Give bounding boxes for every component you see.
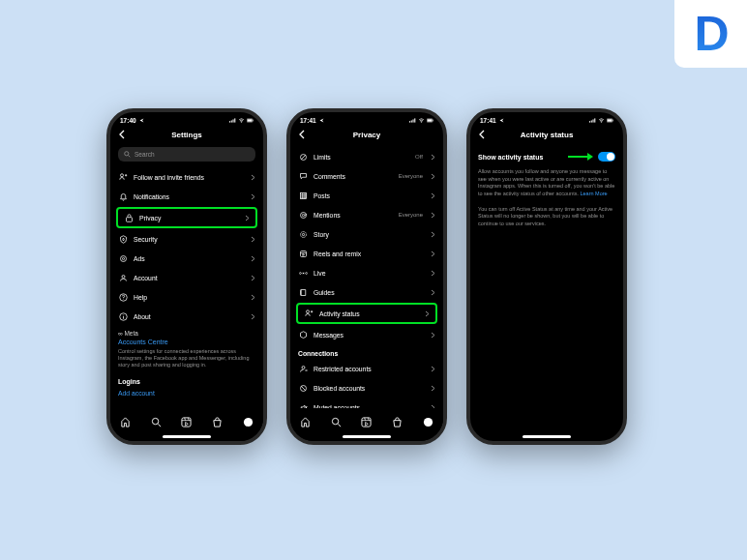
settings-row-help[interactable]: Help: [110, 287, 263, 307]
svg-rect-17: [411, 121, 412, 123]
posts-icon: [298, 191, 308, 200]
svg-point-9: [120, 255, 126, 261]
chevron-right-icon: [431, 231, 435, 238]
nav-profile-icon[interactable]: [243, 417, 254, 427]
privacy-row-guides[interactable]: Guides: [290, 282, 443, 302]
svg-rect-24: [300, 192, 306, 198]
settings-row-notifications[interactable]: Notifications: [110, 187, 263, 206]
privacy-row-reels-and-remix[interactable]: Reels and remix: [290, 244, 443, 263]
page-title: Settings: [110, 131, 263, 139]
accounts-centre-link[interactable]: Accounts Centre: [118, 339, 255, 345]
privacy-row-comments[interactable]: CommentsEveryone: [290, 166, 443, 186]
page-title: Privacy: [290, 131, 443, 139]
learn-more-link[interactable]: Learn More: [580, 191, 607, 196]
logins-header: Logins: [110, 372, 263, 387]
nav-shopping-icon[interactable]: [212, 417, 223, 427]
blocked-icon: [298, 383, 308, 393]
restricted-icon: [298, 364, 308, 373]
nav-reels-icon[interactable]: [181, 417, 192, 427]
search-icon: [124, 151, 131, 158]
svg-point-7: [125, 152, 129, 156]
ads-icon: [118, 253, 128, 263]
page-title: Activity status: [470, 131, 623, 139]
nav-profile-icon[interactable]: [423, 417, 433, 427]
wifi-icon: [238, 118, 245, 123]
svg-point-15: [244, 417, 253, 426]
chevron-left-icon: [118, 130, 125, 139]
svg-point-26: [302, 214, 304, 216]
connections-row-restricted-accounts[interactable]: Restricted accounts: [290, 359, 443, 378]
add-account-link[interactable]: Add account: [110, 387, 263, 399]
svg-rect-18: [413, 119, 414, 122]
guides-icon: [298, 287, 308, 297]
nav-home-icon[interactable]: [300, 417, 311, 427]
location-icon: [318, 118, 325, 123]
status-time: 17:41: [300, 117, 316, 124]
chevron-right-icon: [251, 174, 255, 181]
meta-description: Control settings for connected experienc…: [118, 348, 255, 368]
bell-icon: [118, 192, 128, 201]
chevron-right-icon: [251, 294, 255, 301]
privacy-row-messages[interactable]: Messages: [290, 325, 443, 344]
phone-row: 17:40 Settings Search Follow and invite: [106, 108, 627, 445]
row-label: Mentions: [314, 212, 393, 219]
status-time: 17:40: [120, 117, 136, 124]
screen-header: Activity status: [470, 126, 623, 145]
settings-row-follow-and-invite-friends[interactable]: Follow and invite friends: [110, 167, 263, 187]
chevron-right-icon: [431, 332, 435, 339]
limits-icon: [298, 152, 308, 162]
settings-row-about[interactable]: About: [110, 307, 263, 326]
svg-point-30: [302, 272, 304, 274]
search-input[interactable]: Search: [118, 147, 255, 162]
location-icon: [138, 118, 145, 123]
reels-icon: [298, 249, 308, 258]
chevron-right-icon: [251, 236, 255, 243]
nav-reels-icon[interactable]: [361, 417, 372, 427]
svg-rect-3: [234, 118, 235, 122]
chevron-right-icon: [251, 313, 255, 320]
chevron-right-icon: [251, 193, 255, 200]
settings-row-ads[interactable]: Ads: [110, 249, 263, 268]
chevron-right-icon: [245, 215, 250, 221]
back-button[interactable]: [298, 130, 306, 139]
back-button[interactable]: [478, 130, 486, 139]
privacy-row-story[interactable]: Story: [290, 224, 443, 244]
comments-icon: [298, 171, 308, 181]
nav-shopping-icon[interactable]: [392, 417, 403, 427]
mentions-icon: [298, 210, 308, 220]
privacy-row-activity-status[interactable]: Activity status: [296, 303, 437, 324]
battery-icon: [607, 118, 613, 123]
nav-home-icon[interactable]: [120, 417, 131, 427]
svg-rect-6: [253, 120, 254, 122]
settings-row-account[interactable]: Account: [110, 268, 263, 287]
row-label: Restricted accounts: [314, 366, 425, 372]
signal-icon: [229, 118, 236, 123]
nav-search-icon[interactable]: [151, 417, 162, 427]
svg-rect-37: [591, 121, 592, 123]
connections-row-blocked-accounts[interactable]: Blocked accounts: [290, 378, 443, 398]
svg-rect-8: [126, 217, 132, 221]
privacy-row-live[interactable]: Live: [290, 263, 443, 282]
privacy-row-limits[interactable]: LimitsOff: [290, 147, 443, 166]
chevron-right-icon: [431, 192, 435, 199]
svg-rect-39: [594, 118, 595, 122]
phone-notch: [518, 112, 576, 124]
wifi-icon: [598, 118, 605, 123]
row-label: Security: [134, 236, 245, 243]
back-button[interactable]: [118, 130, 126, 139]
messages-icon: [298, 330, 308, 339]
home-indicator: [163, 435, 211, 438]
chevron-right-icon: [431, 289, 435, 296]
privacy-row-mentions[interactable]: MentionsEveryone: [290, 205, 443, 224]
settings-row-privacy[interactable]: Privacy: [116, 207, 257, 228]
activity-toggle[interactable]: [598, 152, 615, 162]
privacy-row-posts[interactable]: Posts: [290, 186, 443, 205]
svg-point-33: [332, 418, 338, 424]
row-label: Guides: [314, 289, 425, 296]
phone-notch: [338, 112, 396, 124]
nav-search-icon[interactable]: [331, 417, 342, 427]
settings-row-security[interactable]: Security: [110, 229, 263, 249]
connections-header: Connections: [290, 344, 443, 359]
chevron-right-icon: [431, 366, 435, 372]
connections-row-muted-accounts[interactable]: Muted accounts: [290, 398, 443, 408]
